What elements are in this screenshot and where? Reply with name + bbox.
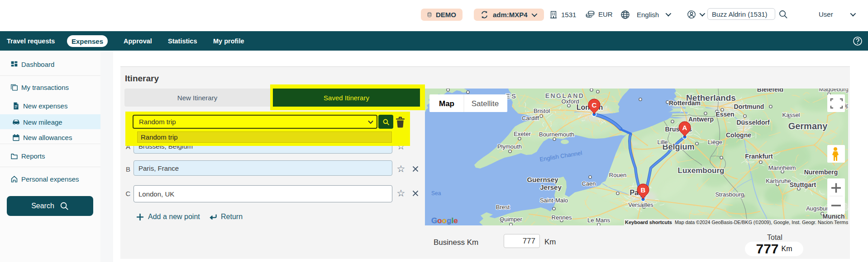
svg-text:Düsseldorf: Düsseldorf	[736, 119, 769, 126]
svg-text:Le Mans: Le Mans	[587, 217, 610, 224]
svg-text:A: A	[682, 124, 687, 131]
svg-text:Sea: Sea	[431, 190, 441, 196]
svg-text:Caen: Caen	[582, 180, 596, 187]
svg-text:Bielefeld: Bielefeld	[757, 89, 783, 93]
svg-text:Nuremberg: Nuremberg	[804, 168, 838, 176]
svg-text:Terms: Terms	[834, 219, 848, 225]
svg-text:B: B	[641, 186, 646, 194]
svg-text:Jersey: Jersey	[540, 183, 562, 191]
svg-text:Mannheim: Mannheim	[768, 164, 796, 171]
svg-text:Germany: Germany	[788, 121, 828, 131]
svg-text:Stuttgart: Stuttgart	[790, 181, 816, 188]
svg-text:Kassel: Kassel	[782, 112, 800, 118]
svg-text:Keyboard shortcuts: Keyboard shortcuts	[625, 220, 672, 225]
svg-text:Bournemouth: Bournemouth	[539, 131, 574, 138]
svg-text:Rennes: Rennes	[552, 214, 572, 221]
svg-text:Satellite: Satellite	[472, 99, 499, 108]
svg-text:Antwerp: Antwerp	[688, 116, 714, 123]
svg-text:Magdeburg: Magdeburg	[819, 89, 848, 93]
svg-text:Luxembourg: Luxembourg	[678, 166, 725, 175]
svg-text:Rotterdam: Rotterdam	[669, 99, 701, 107]
svg-text:Google: Google	[431, 216, 458, 225]
svg-text:Versailles: Versailles	[628, 201, 653, 208]
svg-text:Bristol: Bristol	[534, 108, 550, 114]
svg-text:Exeter: Exeter	[514, 131, 531, 137]
svg-text:Plymouth: Plymouth	[497, 143, 522, 150]
svg-text:Map: Map	[439, 99, 454, 108]
svg-text:Cardiff: Cardiff	[522, 115, 539, 122]
svg-text:Karlsruhe: Karlsruhe	[766, 178, 791, 184]
svg-text:Strasbourg: Strasbourg	[715, 191, 744, 198]
svg-text:Brest: Brest	[496, 204, 510, 211]
svg-text:Essen: Essen	[715, 111, 734, 118]
svg-text:Liège: Liège	[708, 139, 722, 145]
svg-text:Saint-Malo: Saint-Malo	[540, 197, 568, 204]
svg-text:Quimper: Quimper	[500, 216, 523, 223]
svg-text:Cologne: Cologne	[726, 131, 751, 139]
svg-text:C: C	[592, 101, 597, 109]
svg-text:Lille: Lille	[657, 139, 668, 145]
svg-text:Dortmund: Dortmund	[734, 103, 764, 110]
svg-text:Map data ©2024 GeoBasis-DE/BKG: Map data ©2024 GeoBasis-DE/BKG (©2009), …	[675, 220, 836, 225]
svg-text:Rouen: Rouen	[609, 172, 626, 178]
svg-text:Guernsey: Guernsey	[527, 176, 558, 183]
svg-text:Frankfurt: Frankfurt	[745, 153, 773, 160]
